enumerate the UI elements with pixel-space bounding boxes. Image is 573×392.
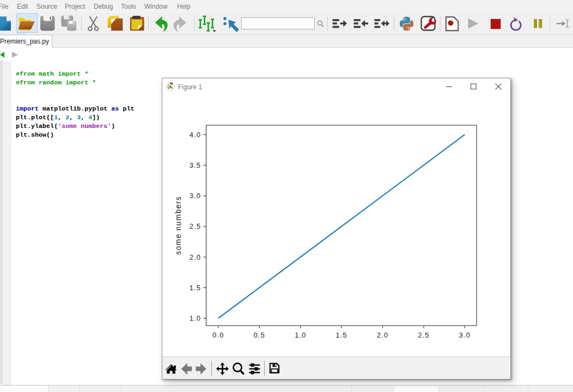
svg-text:1.5: 1.5: [336, 331, 347, 339]
svg-text:3.5: 3.5: [190, 161, 201, 169]
svg-text:1.5: 1.5: [190, 284, 201, 292]
svg-text:0.5: 0.5: [254, 331, 265, 339]
svg-text:4.0: 4.0: [190, 131, 201, 139]
svg-text:2.0: 2.0: [377, 331, 388, 339]
svg-text:2.0: 2.0: [190, 253, 201, 261]
svg-text:1.0: 1.0: [295, 331, 306, 339]
svg-text:some numbers: some numbers: [174, 196, 182, 255]
svg-text:0.0: 0.0: [212, 331, 224, 339]
svg-text:2.5: 2.5: [418, 331, 429, 339]
svg-text:3.0: 3.0: [459, 331, 471, 339]
svg-text:1.0: 1.0: [190, 314, 201, 322]
svg-text:2.5: 2.5: [190, 222, 201, 230]
svg-text:3.0: 3.0: [190, 192, 201, 200]
